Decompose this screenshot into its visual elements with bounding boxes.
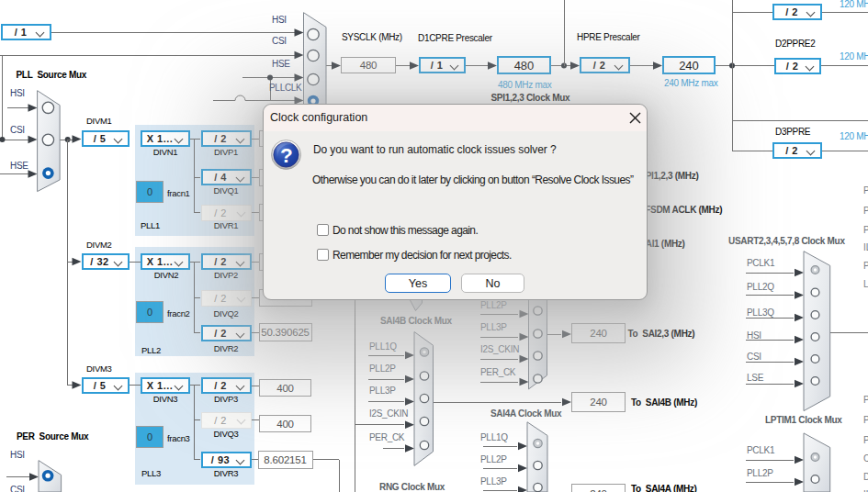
svg-text:PL: PL [863,261,868,271]
svg-text:DL: DL [863,472,868,482]
svg-text:IL: IL [863,242,868,252]
svg-text:PL: PL [863,225,868,235]
svg-text:PL: PL [863,206,868,216]
svg-text:?: ? [280,144,293,167]
svg-text:PL: PL [863,185,868,196]
svg-text:CL: CL [863,453,868,464]
svg-text:PL: PL [863,415,868,425]
svg-text:PL: PL [863,435,868,445]
svg-text:PL: PL [863,395,868,405]
svg-text:LL: LL [863,279,868,289]
